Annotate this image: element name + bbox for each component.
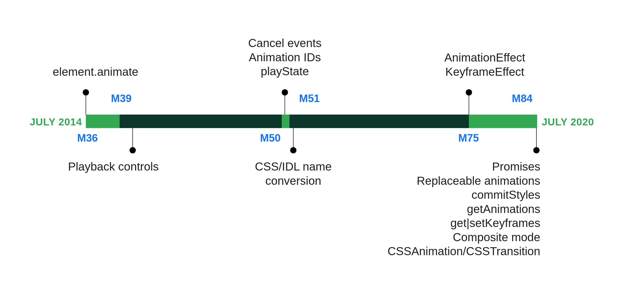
event-m51-version: M51 <box>299 92 320 104</box>
event-m51-line-0: Cancel events <box>248 37 322 50</box>
event-m39-line-0: Playback controls <box>68 160 159 173</box>
event-m36-version: M36 <box>77 132 98 144</box>
event-m75-stem <box>469 92 469 114</box>
event-m84-line-3: getAnimations <box>467 202 540 216</box>
event-m39-version: M39 <box>111 92 132 104</box>
event-m75-line-0: AnimationEffect <box>444 51 525 64</box>
event-m39-dot-icon <box>130 147 136 154</box>
event-m84-line-4: get|setKeyframes <box>450 216 540 229</box>
event-m84-dot-icon <box>533 147 540 154</box>
event-m84-line-6: CSSAnimation/CSSTransition <box>388 245 540 258</box>
event-m51-dot-icon <box>282 89 288 96</box>
event-m51-line-1: Animation IDs <box>249 51 321 64</box>
event-m84-desc: Promises Replaceable animations commitSt… <box>388 160 540 258</box>
event-m84-line-5: Composite mode <box>453 231 540 244</box>
event-m36-line-0: element.animate <box>53 65 138 78</box>
event-m51-stem <box>284 92 285 114</box>
event-m75-line-1: KeyframeEffect <box>445 65 524 78</box>
timeline-segment-1 <box>86 114 120 128</box>
event-m36-dot-icon <box>83 89 89 96</box>
event-m84-line-1: Replaceable animations <box>417 174 540 187</box>
timeline-segment-2 <box>120 114 282 128</box>
event-m50-line-0: CSS/IDL name <box>255 160 332 173</box>
event-m36-desc: element.animate <box>53 65 138 79</box>
timeline-end-label: JULY 2020 <box>542 116 594 128</box>
event-m84-version: M84 <box>512 92 532 104</box>
event-m51-line-2: playState <box>261 65 309 78</box>
event-m84-line-2: commitStyles <box>472 188 540 201</box>
timeline-segment-5 <box>469 114 537 128</box>
event-m84-line-0: Promises <box>492 160 540 173</box>
event-m50-desc: CSS/IDL name conversion <box>255 160 332 188</box>
event-m75-desc: AnimationEffect KeyframeEffect <box>444 51 525 79</box>
event-m75-dot-icon <box>466 89 472 96</box>
event-m50-dot-icon <box>290 147 296 154</box>
timeline-start-label: JULY 2014 <box>30 116 82 128</box>
timeline-segment-4 <box>290 114 469 128</box>
event-m75-version: M75 <box>458 132 479 144</box>
timeline-segment-3 <box>282 114 290 128</box>
event-m50-line-1: conversion <box>265 174 321 187</box>
event-m50-version: M50 <box>260 132 281 144</box>
event-m51-desc: Cancel events Animation IDs playState <box>248 36 322 79</box>
event-m36-stem <box>86 92 86 114</box>
timeline-diagram: JULY 2014 JULY 2020 element.animate M36 … <box>0 0 644 301</box>
event-m39-desc: Playback controls <box>68 160 159 174</box>
